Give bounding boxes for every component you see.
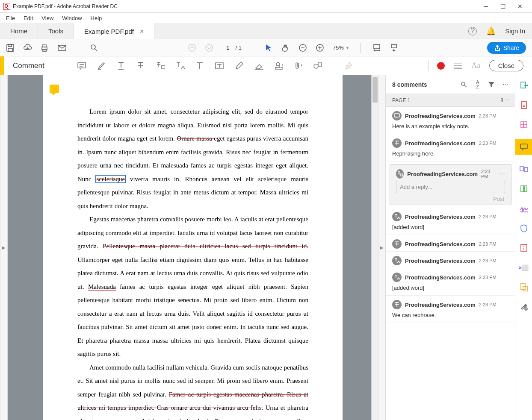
comment-item[interactable]: ProofreadingServices.com2:23 PM xyxy=(386,235,515,252)
print-icon[interactable] xyxy=(40,44,49,52)
textbox-tool[interactable] xyxy=(215,61,224,70)
fit-width-icon[interactable] xyxy=(372,44,381,52)
rail-combine-icon[interactable] xyxy=(519,164,529,174)
post-button[interactable]: Post xyxy=(396,193,505,202)
svg-rect-24 xyxy=(521,82,526,88)
tab-home[interactable]: Home xyxy=(0,23,38,39)
page-input[interactable] xyxy=(222,44,234,51)
rail-redact-icon[interactable]: ×⬜ xyxy=(519,262,529,273)
comment-item[interactable]: ProofreadingServices.com2:23 PMWe can re… xyxy=(386,296,515,323)
tab-document[interactable]: Example PDF.pdf× xyxy=(74,23,154,39)
document-viewport[interactable]: Lorem ipsum dolor sit amet, consectetur … xyxy=(8,75,378,420)
reply-input[interactable]: Add a reply... xyxy=(396,181,505,193)
share-label: Share xyxy=(503,44,519,51)
svg-rect-27 xyxy=(520,144,527,149)
comment-item[interactable]: ProofreadingServices.com2:23 PMRephrasin… xyxy=(386,134,515,162)
minimize-button[interactable]: ─ xyxy=(477,0,494,13)
search-comments-icon[interactable] xyxy=(460,81,468,88)
help-icon[interactable]: ? xyxy=(468,27,477,35)
rail-more-tools-icon[interactable] xyxy=(519,302,529,312)
zoom-out-icon[interactable] xyxy=(299,44,307,52)
comment-item[interactable]: ProofreadingServices.com2:23 PM xyxy=(386,252,515,268)
pencil-tool[interactable] xyxy=(234,61,244,70)
rail-export-icon[interactable] xyxy=(519,80,529,91)
more-icon[interactable]: ⋯ xyxy=(501,81,509,88)
comment-item[interactable]: ProofreadingServices.com2:23 PM[added wo… xyxy=(386,268,515,296)
underline-tool[interactable] xyxy=(116,61,126,70)
share-button[interactable]: Share xyxy=(487,42,526,54)
svg-rect-28 xyxy=(520,167,523,171)
comments-count-title: 8 comments xyxy=(392,81,454,88)
rail-fill-icon[interactable] xyxy=(519,282,529,292)
page-down-icon[interactable] xyxy=(205,44,213,52)
rail-comment-icon[interactable] xyxy=(515,139,532,155)
comment-body: We can rephrase. xyxy=(392,309,509,320)
comment-author: ProofreadingServices.com xyxy=(405,214,476,220)
zoom-dropdown[interactable]: 75% ▼ xyxy=(333,44,349,51)
bell-icon[interactable]: 🔔 xyxy=(486,26,496,36)
eraser-tool[interactable] xyxy=(254,61,263,70)
comment-item[interactable]: ProofreadingServices.com2:23 PM⋯Add a re… xyxy=(390,164,511,205)
comment-type-icon xyxy=(392,300,402,309)
comment-item[interactable]: ProofreadingServices.com2:23 PMHere is a… xyxy=(386,107,515,134)
menu-edit[interactable]: Edit xyxy=(19,14,37,22)
scrollbar-thumb[interactable] xyxy=(372,77,378,103)
color-picker[interactable] xyxy=(437,62,445,70)
menu-window[interactable]: Window xyxy=(58,14,86,22)
save-icon[interactable] xyxy=(6,44,15,52)
rail-sign-icon[interactable] xyxy=(519,203,529,214)
cloud-icon[interactable] xyxy=(23,44,32,52)
menu-help[interactable]: Help xyxy=(86,14,106,22)
tab-tools[interactable]: Tools xyxy=(38,23,74,39)
attach-tool[interactable] xyxy=(293,61,303,70)
font-icon[interactable]: Aa xyxy=(471,61,481,70)
svg-rect-15 xyxy=(78,62,86,68)
text-tool[interactable] xyxy=(195,61,204,70)
sticky-note-annotation[interactable] xyxy=(50,85,59,93)
scrollbar[interactable] xyxy=(371,75,378,420)
rail-organize-icon[interactable] xyxy=(519,184,529,194)
comment-item[interactable]: ProofreadingServices.com2:23 PM[added wo… xyxy=(386,208,515,235)
pointer-icon[interactable] xyxy=(264,44,273,52)
paragraph-1: Lorem ipsum dolor sit amet, consectetur … xyxy=(77,105,308,213)
rail-create-pdf-icon[interactable] xyxy=(519,100,529,110)
replace-text-annotation[interactable]: scelerisque xyxy=(95,175,126,183)
right-panel-toggle[interactable]: ▶ xyxy=(378,75,386,420)
page-up-icon[interactable] xyxy=(188,44,196,52)
close-comment-button[interactable]: Close xyxy=(489,60,523,71)
tab-home-label: Home xyxy=(10,27,27,35)
filter-icon[interactable] xyxy=(488,81,495,88)
sort-icon[interactable]: AZ xyxy=(474,81,482,88)
replace-text-tool[interactable] xyxy=(156,61,165,70)
mail-icon[interactable] xyxy=(57,44,66,52)
comment-more-icon[interactable]: ⋯ xyxy=(499,170,505,177)
rail-protect-icon[interactable] xyxy=(519,223,529,233)
rail-edit-pdf-icon[interactable] xyxy=(519,120,529,130)
svg-rect-32 xyxy=(521,244,527,251)
comments-page-header[interactable]: PAGE 1 8 ﹀ xyxy=(386,94,515,107)
svg-rect-29 xyxy=(524,167,528,172)
rail-compress-icon[interactable] xyxy=(519,243,529,253)
search-icon[interactable] xyxy=(90,44,98,52)
menu-view[interactable]: View xyxy=(37,14,58,22)
shapes-tool[interactable] xyxy=(313,61,322,70)
tab-close-icon[interactable]: × xyxy=(140,28,144,35)
fit-page-icon[interactable] xyxy=(389,44,398,52)
left-panel-toggle[interactable]: ▶ xyxy=(0,75,8,420)
sign-in-button[interactable]: Sign In xyxy=(505,27,525,35)
strikethrough-tool[interactable] xyxy=(136,61,145,70)
comment-time: 2:23 PM xyxy=(479,241,497,247)
insert-text-tool[interactable] xyxy=(175,61,185,70)
stamp-tool[interactable] xyxy=(274,61,283,70)
highlight-tool[interactable] xyxy=(97,61,106,70)
tab-row: Home Tools Example PDF.pdf× ? 🔔 Sign In xyxy=(0,23,532,39)
maximize-button[interactable]: ☐ xyxy=(494,0,511,13)
text: hendrerit dolor magna. xyxy=(90,203,148,209)
sticky-note-tool[interactable] xyxy=(77,61,86,70)
pin-icon[interactable] xyxy=(343,61,353,70)
line-thickness-icon[interactable] xyxy=(453,61,463,70)
hand-icon[interactable] xyxy=(281,44,290,52)
zoom-in-icon[interactable] xyxy=(316,44,324,52)
close-window-button[interactable]: ✕ xyxy=(511,0,529,13)
menu-file[interactable]: File xyxy=(2,14,19,22)
